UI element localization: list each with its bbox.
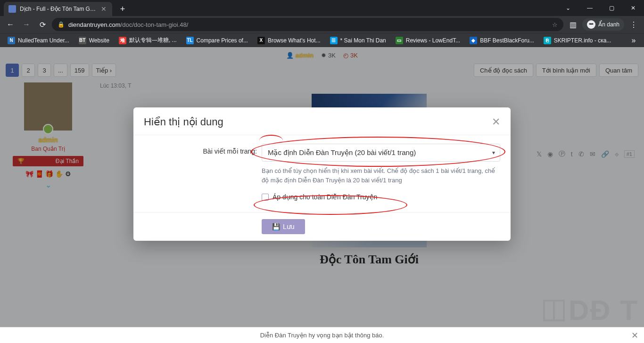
select-caret-icon: ▾ <box>492 149 495 156</box>
notification-close-icon[interactable]: ✕ <box>631 330 638 341</box>
bookmark-favicon: ◆ <box>470 37 477 44</box>
bookmark-item[interactable]: ▭Reviews - LowEndT... <box>392 35 464 46</box>
modal-close-icon[interactable]: ✕ <box>492 116 500 128</box>
apply-all-checkbox[interactable] <box>262 194 269 201</box>
bookmark-favicon: ☰ <box>330 37 338 44</box>
bookmark-item[interactable]: XBrowse What's Hot... <box>254 35 324 46</box>
browser-titlebar: Dịch - Full - Độc Tôn Tam Giới | D ✕ + ⌄… <box>0 0 644 16</box>
bookmark-star-icon[interactable]: ☆ <box>552 21 558 28</box>
url-domain: diendantruyen.com <box>68 21 121 28</box>
bookmark-favicon: 堆 <box>119 37 126 44</box>
bookmark-favicon: ⎘ <box>544 37 551 44</box>
incognito-badge[interactable]: Ẩn danh <box>582 18 624 31</box>
posts-per-page-label: Bài viết mỗi trang: <box>144 144 257 155</box>
bookmark-favicon: BT <box>79 37 86 44</box>
nav-forward-icon: → <box>20 18 33 31</box>
page-viewport: 👤 admin ✹ 3K ◴ 3K 123...159Tiếp › Chế độ… <box>0 47 644 343</box>
browser-menu-icon[interactable]: ⋮ <box>627 18 640 31</box>
apply-all-label: Áp dụng cho toàn Diễn Đàn Truyện <box>272 193 377 201</box>
panel-icon[interactable]: ▥ <box>566 18 579 31</box>
bookmark-item[interactable]: NNulledTeam Under... <box>4 35 73 46</box>
lock-icon: 🔒 <box>58 21 65 28</box>
url-path: /doc/doc-ton-tam-gioi.48/ <box>121 21 189 28</box>
notification-bar: Diễn Đàn Truyện hy vọng bạn bật thông bá… <box>0 327 644 343</box>
window-minimize-icon[interactable]: — <box>579 0 601 16</box>
url-bar[interactable]: 🔒 diendantruyen.com/doc/doc-ton-tam-gioi… <box>52 18 563 31</box>
display-settings-modal: Hiển thị nội dung ✕ Bài viết mỗi trang: … <box>133 107 511 241</box>
bookmark-item[interactable]: 堆默认专辑—堆糖, ... <box>115 34 181 46</box>
new-tab-button[interactable]: + <box>116 2 129 16</box>
nav-back-icon[interactable]: ← <box>4 18 17 31</box>
tab-close-icon[interactable]: ✕ <box>100 5 107 13</box>
posts-per-page-select[interactable]: Mặc định Diễn Đàn Truyện (20 bài viết/1 … <box>262 144 500 162</box>
save-button[interactable]: 💾 Lưu <box>262 219 305 234</box>
bookmark-favicon: X <box>257 37 265 44</box>
bookmark-item[interactable]: ◆BBF BestBlackForu... <box>466 35 538 46</box>
bookmark-item[interactable]: BTWebsite <box>75 35 113 46</box>
window-close-icon[interactable]: ✕ <box>622 0 644 16</box>
incognito-icon <box>587 20 595 29</box>
bookmarks-bar: NNulledTeam Under...BTWebsite堆默认专辑—堆糖, .… <box>0 33 644 47</box>
modal-title: Hiển thị nội dung <box>144 116 223 128</box>
browser-toolbar: ← → ⟳ 🔒 diendantruyen.com/doc/doc-ton-ta… <box>0 16 644 33</box>
help-text: Bạn có thể tùy chọn hiển thị khi xem bài… <box>262 166 500 185</box>
window-maximize-icon[interactable]: ▢ <box>601 0 622 16</box>
bookmark-favicon: ▭ <box>396 37 403 44</box>
nav-reload-icon[interactable]: ⟳ <box>36 18 49 31</box>
bookmarks-overflow-icon[interactable]: » <box>627 34 640 47</box>
save-icon: 💾 <box>272 223 280 230</box>
window-chevron-icon[interactable]: ⌄ <box>557 0 579 16</box>
tab-favicon <box>8 5 16 13</box>
tab-title: Dịch - Full - Độc Tôn Tam Giới | D <box>20 6 96 12</box>
bookmark-favicon: N <box>8 37 15 44</box>
bookmark-item[interactable]: TLCompare Prices of... <box>182 35 252 46</box>
browser-tab[interactable]: Dịch - Full - Độc Tôn Tam Giới | D ✕ <box>4 2 112 16</box>
bookmark-favicon: TL <box>186 37 194 44</box>
bookmark-item[interactable]: ⎘SKRIPTER.info - ска... <box>540 35 615 46</box>
bookmark-item[interactable]: ☰* Sai Mon Thi Dan <box>326 35 390 46</box>
